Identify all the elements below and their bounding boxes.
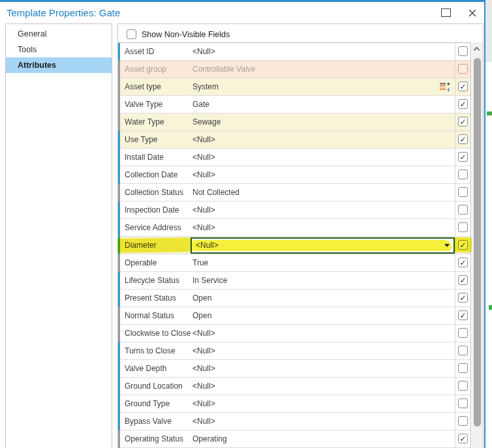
visibility-checkbox[interactable]: ✓ <box>458 99 468 109</box>
table-row: Ground Location<Null> <box>118 378 470 395</box>
visibility-cell <box>455 413 470 430</box>
visibility-checkbox[interactable]: ✓ <box>458 293 468 303</box>
field-value: Open <box>192 307 211 324</box>
field-value: Sewage <box>192 113 221 130</box>
visibility-checkbox[interactable] <box>458 46 468 56</box>
visibility-cell <box>455 395 470 413</box>
table-row: Collection Date<Null> <box>118 166 470 184</box>
row-accent <box>118 413 120 430</box>
table-row: Operating StatusOperating✓ <box>118 430 470 448</box>
show-non-visible-fields-checkbox[interactable] <box>127 29 136 39</box>
visibility-cell: ✓ <box>455 78 470 96</box>
sidebar-item-general[interactable]: General <box>6 26 112 42</box>
diameter-combobox[interactable]: <Null> <box>191 237 455 254</box>
row-accent <box>118 272 120 290</box>
visibility-checkbox[interactable] <box>458 170 468 179</box>
table-row: Clockwise to Close<Null> <box>118 325 470 342</box>
table-row: Normal StatusOpen✓ <box>118 307 470 325</box>
field-label: Ground Location <box>125 378 183 395</box>
scrollbar-thumb[interactable] <box>474 58 481 426</box>
visibility-cell <box>455 325 470 342</box>
visibility-checkbox[interactable]: ✓ <box>458 258 468 267</box>
table-row: Turns to Close<Null> <box>118 342 470 360</box>
field-label: Ground Type <box>125 395 170 412</box>
table-row: Inspection Date<Null> <box>118 202 470 219</box>
scroll-up-icon[interactable] <box>474 47 480 53</box>
visibility-cell <box>455 219 470 237</box>
visibility-checkbox[interactable] <box>458 416 468 426</box>
field-value: <Null> <box>192 413 215 430</box>
table-row: Bypass Valve<Null> <box>118 413 470 430</box>
sidebar-item-tools[interactable]: Tools <box>6 42 112 57</box>
table-row: Present StatusOpen✓ <box>118 290 470 307</box>
title-bar: Template Properties: Gate <box>0 4 484 23</box>
table-row: Asset groupControllable Valve <box>118 61 470 78</box>
visibility-cell <box>455 166 470 184</box>
table-row: Lifecycle StatusIn Service✓ <box>118 272 470 290</box>
visibility-checkbox[interactable] <box>458 64 468 74</box>
vertical-scrollbar[interactable] <box>472 42 483 448</box>
visibility-cell <box>455 342 470 360</box>
sidebar-list: General Tools Attributes <box>6 24 112 73</box>
row-accent <box>118 307 120 325</box>
table-row: Collection StatusNot Collected <box>118 184 470 202</box>
chevron-down-icon[interactable] <box>444 244 450 247</box>
field-label: Asset ID <box>125 43 154 60</box>
visibility-checkbox[interactable]: ✓ <box>458 134 468 144</box>
visibility-checkbox[interactable] <box>458 398 468 408</box>
row-accent <box>118 202 120 219</box>
visibility-checkbox[interactable] <box>458 187 468 197</box>
field-label: Diameter <box>125 237 157 254</box>
table-row: OperableTrue✓ <box>118 254 470 272</box>
field-value: <Null> <box>192 202 215 218</box>
table-row: Ground Type<Null> <box>118 395 470 413</box>
maximize-button[interactable] <box>441 8 451 17</box>
visibility-cell: ✓ <box>455 290 470 307</box>
row-accent <box>118 131 120 149</box>
field-label: Operating Status <box>125 430 183 447</box>
visibility-checkbox[interactable]: ✓ <box>458 240 468 250</box>
field-value: Not Collected <box>192 184 239 201</box>
visibility-checkbox[interactable]: ✓ <box>458 310 468 320</box>
field-value: <Null> <box>192 395 215 412</box>
visibility-checkbox[interactable]: ✓ <box>458 434 468 443</box>
visibility-checkbox[interactable]: ✓ <box>458 82 468 91</box>
row-accent <box>118 237 120 254</box>
visibility-checkbox[interactable] <box>458 205 468 215</box>
row-accent <box>118 360 120 378</box>
field-value: <Null> <box>192 131 215 148</box>
close-button[interactable] <box>467 8 478 18</box>
visibility-cell: ✓ <box>455 131 470 149</box>
field-value: System <box>192 78 219 95</box>
field-value: <Null> <box>192 219 215 236</box>
field-label: Install Date <box>125 149 164 166</box>
row-accent <box>118 219 120 237</box>
visibility-cell: ✓ <box>455 307 470 325</box>
visibility-checkbox[interactable]: ✓ <box>458 117 468 127</box>
row-accent <box>118 342 120 360</box>
visibility-checkbox[interactable] <box>458 222 468 232</box>
row-accent <box>118 149 120 166</box>
show-non-visible-fields-label: Show Non-Visible Fields <box>142 24 230 42</box>
visibility-checkbox[interactable]: ✓ <box>458 152 468 162</box>
visibility-checkbox[interactable] <box>458 346 468 355</box>
visibility-cell: ✓ <box>455 237 470 254</box>
visibility-checkbox[interactable] <box>458 363 468 373</box>
row-accent <box>118 254 120 272</box>
visibility-checkbox[interactable] <box>458 328 468 338</box>
add-attribute-icon[interactable] <box>439 82 450 93</box>
sidebar-item-attributes[interactable]: Attributes <box>6 57 112 73</box>
field-label: Normal Status <box>125 307 174 324</box>
row-accent <box>118 166 120 184</box>
visibility-checkbox[interactable]: ✓ <box>458 275 468 285</box>
field-value: <Null> <box>192 166 215 183</box>
table-row: Water TypeSewage✓ <box>118 113 470 131</box>
field-label: Present Status <box>125 290 176 306</box>
screenshot-stage: Template Properties: Gate General Tools … <box>0 0 492 448</box>
row-accent <box>118 430 120 448</box>
visibility-checkbox[interactable] <box>458 381 468 391</box>
table-row: Install Date<Null>✓ <box>118 149 470 166</box>
field-value: <Null> <box>192 325 215 342</box>
row-accent <box>118 378 120 395</box>
row-accent <box>118 61 120 78</box>
